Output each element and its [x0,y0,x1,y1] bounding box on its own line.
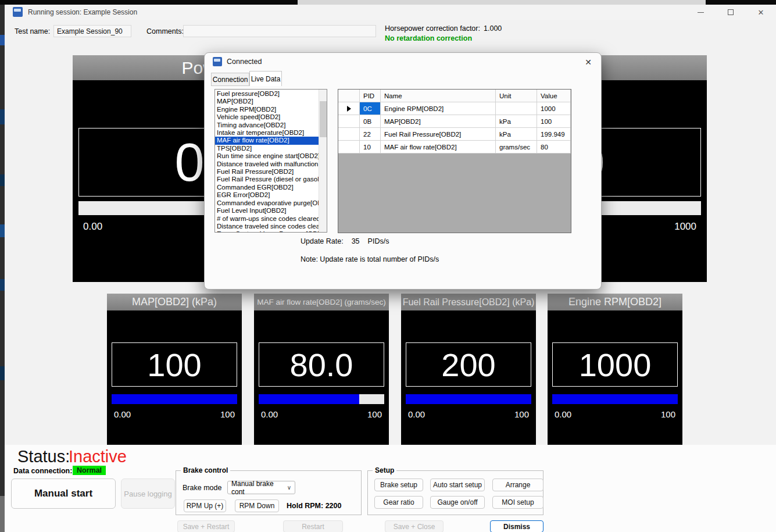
gauge-maf-max: 100 [367,409,382,419]
rpm-down-button[interactable]: RPM Down [235,499,279,512]
moi-setup-button[interactable]: MOI setup [492,496,543,509]
bottom-panel: Status: Inactive Data connection: Normal… [5,445,776,532]
hp-correction-label: Horsepower correction factor: [385,24,480,33]
list-item[interactable]: Distance traveled since codes cleare [215,223,319,230]
gauge-maf-title: MAF air flow rate[OBD2] (grams/sec) [254,294,389,310]
arrange-button[interactable]: Arrange [492,479,543,491]
desktop-edge-top-left [0,0,298,5]
cell-pid[interactable]: 10 [360,141,381,153]
list-item[interactable]: Intake air temperature[OBD2] [215,129,319,137]
row-selector [338,115,360,128]
list-item[interactable]: TPS[OBD2] [215,145,319,152]
status-label: Status: [17,447,70,466]
grid-header-selector [338,90,360,102]
cell-name[interactable]: Fuel Rail Pressure[OBD2] [381,128,496,141]
list-item[interactable]: Commanded evaporative purge[OB [215,199,319,207]
data-connection-badge: Normal [73,466,106,475]
cell-unit[interactable] [496,102,537,115]
cell-name[interactable]: MAP[OBD2] [381,115,496,128]
list-item[interactable]: Engine RPM[OBD2] [215,106,319,113]
gauge-map-title: MAP[OBD2] (kPa) [107,294,242,310]
grid-header-pid: PID [360,90,381,102]
cell-unit[interactable]: kPa [496,128,537,141]
background-fragment [0,174,5,186]
table-row[interactable]: 0B MAP[OBD2] kPa 100 [338,115,571,128]
update-rate-label: Update Rate: [301,237,344,245]
data-connection-label: Data connection: [13,467,72,475]
cell-pid[interactable]: 22 [360,128,381,141]
connected-dialog: Connected ✕ Connection Live Data Fuel pr… [204,52,602,290]
save-close-button: Save + Close [385,520,444,532]
chevron-down-icon: ∨ [287,484,291,491]
gauge-fuel-rail: Fuel Rail Pressure[OBD2] (kPa) 200 0.00 … [401,294,536,445]
manual-start-button[interactable]: Manual start [11,479,116,509]
test-name-input[interactable] [53,25,131,37]
gear-ratio-button[interactable]: Gear ratio [374,496,423,509]
cell-value[interactable]: 100 [537,115,571,128]
grid-header-row: PID Name Unit Value [338,90,571,102]
cell-pid[interactable]: 0C [360,102,381,115]
brake-mode-select[interactable]: Manual brake cont ∨ [227,481,295,494]
list-item[interactable]: Fuel pressure[OBD2] [215,90,319,98]
cell-name[interactable]: MAF air flow rate[OBD2] [381,141,496,153]
dismiss-button[interactable]: Dismiss [490,520,543,532]
list-item[interactable]: Vehicle speed[OBD2] [215,113,319,121]
list-item[interactable]: EGR Error[OBD2] [215,191,319,199]
gauge-map-max: 100 [220,409,235,419]
gauge-on-off-button[interactable]: Gauge on/off [430,496,485,509]
list-item[interactable]: Timing advance[OBD2] [215,122,319,129]
table-row[interactable]: 22 Fuel Rail Pressure[OBD2] kPa 199.949 [338,128,571,141]
gauge-map-min: 0.00 [114,409,131,419]
cell-name[interactable]: Engine RPM[OBD2] [381,102,496,115]
background-fragment [0,224,5,237]
list-item[interactable]: # of warm-ups since codes cleared[ [215,215,319,223]
background-fragment [0,366,5,380]
rpm-up-button[interactable]: RPM Up (+) [184,499,226,512]
comments-input[interactable] [183,25,376,37]
brake-mode-label: Brake mode [183,484,221,492]
list-item[interactable]: Distance traveled with malfunction [215,160,319,168]
minimize-button[interactable] [685,5,716,20]
gauge-fuel-rail-title: Fuel Rail Pressure[OBD2] (kPa) [401,294,536,310]
cell-unit[interactable]: grams/sec [496,141,537,153]
table-row[interactable]: 0C Engine RPM[OBD2] 1000 [338,102,571,115]
scrollbar-thumb[interactable] [320,101,327,137]
brake-setup-button[interactable]: Brake setup [374,479,423,491]
background-fragment [0,35,5,45]
list-item-selected[interactable]: MAF air flow rate[OBD2] [215,137,319,144]
list-scrollbar[interactable] [319,90,327,232]
window-controls: ✕ [685,5,776,20]
cell-value[interactable]: 199.949 [537,128,571,141]
list-item[interactable]: Fuel Level Input[OBD2] [215,207,319,215]
cell-value[interactable]: 1000 [537,102,571,115]
close-button[interactable]: ✕ [746,5,776,20]
table-row[interactable]: 10 MAF air flow rate[OBD2] grams/sec 80 [338,141,571,153]
desktop-edge-top-mid [298,0,706,5]
close-icon: ✕ [758,8,764,17]
auto-start-setup-button[interactable]: Auto start setup [430,479,485,491]
grid-header-value: Value [537,90,571,102]
row-selector [338,128,360,141]
background-fragment [0,279,5,291]
list-item[interactable]: MAP[OBD2] [215,98,319,105]
list-item[interactable]: Commanded EGR[OBD2] [215,184,319,191]
gauge-map-value: 100 [112,342,237,387]
gauge-rpm-min: 0.00 [555,409,571,419]
cell-value[interactable]: 80 [537,141,571,153]
list-item[interactable]: Fuel Rail Pressure (diesel or gasolin [215,176,319,183]
dialog-close-button[interactable]: ✕ [581,56,595,69]
update-rate-row: Update Rate:35PIDs/s [301,237,397,245]
list-item[interactable]: Evap. System Vapor Pressure[OBD2] [215,230,319,233]
cell-unit[interactable]: kPa [496,115,537,128]
background-window-strip [0,5,5,532]
hp-correction-value: 1.000 [484,24,502,33]
desktop-edge-top-right [706,0,776,5]
tab-connection[interactable]: Connection [211,73,249,86]
list-item[interactable]: Run time since engine start[OBD2] [215,152,319,160]
pid-listbox[interactable]: Fuel pressure[OBD2] MAP[OBD2] Engine RPM… [214,89,327,233]
cell-pid[interactable]: 0B [360,115,381,128]
tab-live-data[interactable]: Live Data [249,71,282,86]
maximize-button[interactable] [716,5,746,20]
live-data-grid[interactable]: PID Name Unit Value 0C Engine RPM[OBD2] … [338,89,571,233]
list-item[interactable]: Fuel Rail Pressure[OBD2] [215,168,319,176]
